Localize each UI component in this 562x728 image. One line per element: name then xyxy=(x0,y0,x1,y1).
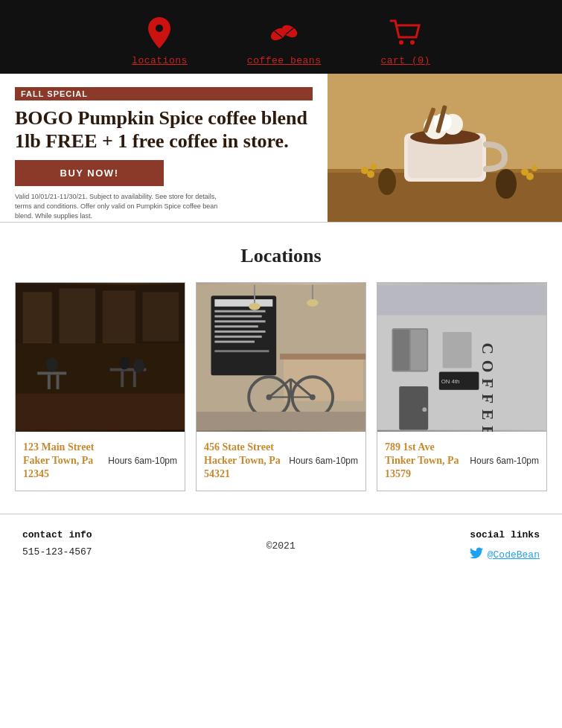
location-info-2: 456 State Street Hacker Town, Pa 54321 H… xyxy=(197,432,365,491)
location-address-3: 789 1st Ave Tinker Town, Pa 13579 xyxy=(385,441,464,482)
banner-image xyxy=(328,74,562,222)
svg-text:ON 4th: ON 4th xyxy=(441,378,460,385)
locations-grid: 123 Main Street Faker Town, Pa 12345 Hou… xyxy=(15,282,547,491)
nav-cart[interactable]: cart (0) xyxy=(380,15,430,66)
svg-rect-56 xyxy=(280,354,365,360)
svg-point-26 xyxy=(526,173,534,180)
svg-rect-50 xyxy=(214,325,258,328)
location-card-2: 456 State Street Hacker Town, Pa 54321 H… xyxy=(196,282,366,491)
coffee-beans-icon xyxy=(266,15,302,51)
banner-section: FALL SPECIAL BOGO Pumpkin Spice coffee b… xyxy=(0,74,562,223)
svg-rect-82 xyxy=(377,285,546,316)
buy-now-button[interactable]: BUY NOW! xyxy=(15,160,164,186)
footer: contact info 515-123-4567 ©2021 social l… xyxy=(0,514,562,578)
svg-rect-38 xyxy=(121,371,124,387)
locations-section: Locations xyxy=(0,223,562,514)
footer-twitter-handle[interactable]: @CodeBean xyxy=(488,549,540,561)
footer-contact: contact info 515-123-4567 xyxy=(22,529,92,558)
nav-locations[interactable]: locations xyxy=(132,15,188,66)
footer-copyright: ©2021 xyxy=(266,540,296,552)
svg-point-79 xyxy=(422,407,427,412)
banner-fine-print: Valid 10/01/21-11/30/21. Subject to avai… xyxy=(15,192,231,220)
locations-title: Locations xyxy=(15,245,547,267)
svg-point-22 xyxy=(371,164,377,170)
svg-rect-76 xyxy=(411,330,427,371)
svg-rect-33 xyxy=(16,394,185,430)
location-hours-1: Hours 6am-10pm xyxy=(108,456,177,466)
svg-rect-49 xyxy=(214,320,265,322)
svg-point-23 xyxy=(367,170,374,178)
footer-social: social links @CodeBean xyxy=(470,529,540,563)
nav-coffee-beans[interactable]: coffee beans xyxy=(247,15,322,66)
location-image-1 xyxy=(16,283,185,432)
footer-phone: 515-123-4567 xyxy=(22,546,92,558)
svg-point-42 xyxy=(133,359,145,373)
location-address-1: 123 Main Street Faker Town, Pa 12345 xyxy=(23,441,102,482)
location-hours-2: Hours 6am-10pm xyxy=(289,456,358,466)
svg-rect-77 xyxy=(443,332,472,368)
svg-rect-46 xyxy=(214,299,272,307)
svg-rect-54 xyxy=(214,350,269,352)
nav-coffee-beans-label: coffee beans xyxy=(247,55,322,66)
svg-rect-47 xyxy=(214,310,265,313)
location-card-1: 123 Main Street Faker Town, Pa 12345 Hou… xyxy=(15,282,185,491)
svg-text:COFFEE: COFFEE xyxy=(479,343,496,432)
location-image-3: COFFEE ON 4th xyxy=(377,283,546,432)
svg-rect-36 xyxy=(57,374,60,389)
footer-contact-title: contact info xyxy=(22,529,92,540)
svg-rect-48 xyxy=(214,315,261,317)
svg-rect-43 xyxy=(16,285,185,343)
svg-rect-51 xyxy=(214,331,265,333)
footer-social-links: @CodeBean xyxy=(470,546,540,563)
svg-point-19 xyxy=(378,168,396,195)
svg-rect-34 xyxy=(37,371,66,374)
location-address-2: 456 State Street Hacker Town, Pa 54321 xyxy=(204,441,283,482)
location-info-1: 123 Main Street Faker Town, Pa 12345 Hou… xyxy=(16,432,185,491)
svg-point-66 xyxy=(249,303,261,310)
svg-point-5 xyxy=(399,40,403,45)
svg-point-6 xyxy=(410,40,415,45)
location-icon xyxy=(141,15,177,51)
svg-rect-69 xyxy=(197,412,365,430)
svg-point-41 xyxy=(119,357,130,370)
svg-rect-52 xyxy=(214,336,261,338)
cart-icon xyxy=(388,15,424,51)
fall-special-badge: FALL SPECIAL xyxy=(15,87,313,100)
svg-rect-35 xyxy=(48,374,51,389)
banner-headline: BOGO Pumpkin Spice coffee blend 1lb FREE… xyxy=(15,106,313,153)
banner-image-bg xyxy=(328,74,562,222)
svg-point-40 xyxy=(46,357,58,371)
location-hours-3: Hours 6am-10pm xyxy=(470,456,539,466)
nav-cart-label: cart (0) xyxy=(380,55,430,66)
location-image-2 xyxy=(197,283,365,432)
svg-point-0 xyxy=(156,25,163,32)
svg-rect-39 xyxy=(133,371,136,387)
svg-rect-75 xyxy=(393,330,409,371)
twitter-icon xyxy=(470,546,483,563)
header: locations coffee beans cart (0) xyxy=(0,0,562,74)
footer-social-title: social links xyxy=(470,529,540,540)
svg-point-68 xyxy=(307,299,319,307)
svg-rect-45 xyxy=(211,296,276,375)
svg-rect-53 xyxy=(214,341,255,343)
location-card-3: COFFEE ON 4th 78 xyxy=(377,282,547,491)
svg-point-20 xyxy=(496,169,517,199)
banner-text: FALL SPECIAL BOGO Pumpkin Spice coffee b… xyxy=(0,74,328,222)
location-info-3: 789 1st Ave Tinker Town, Pa 13579 Hours … xyxy=(377,432,546,491)
nav-locations-label: locations xyxy=(132,55,188,66)
svg-point-25 xyxy=(531,165,537,171)
